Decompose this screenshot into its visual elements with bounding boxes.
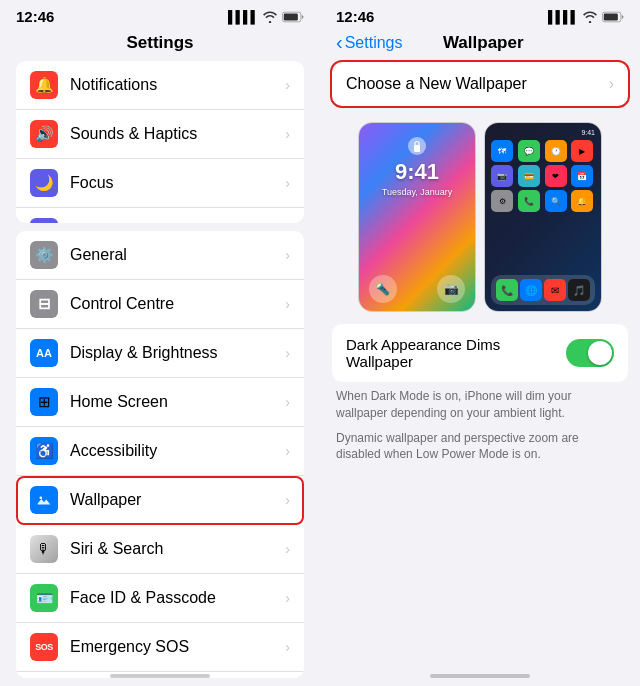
back-label: Settings bbox=[345, 34, 403, 52]
svg-point-2 bbox=[36, 492, 52, 508]
display-label: Display & Brightness bbox=[70, 344, 281, 362]
app-icon-clock: 🕐 bbox=[545, 140, 567, 162]
signal-icon: ▌▌▌▌ bbox=[228, 10, 258, 24]
app-icon-8: 🔔 bbox=[571, 190, 593, 212]
battery-icon-right bbox=[602, 11, 624, 23]
app-icon-6: 📞 bbox=[518, 190, 540, 212]
sidebar-item-notifications[interactable]: 🔔 Notifications › bbox=[16, 61, 304, 110]
sidebar-item-sounds[interactable]: 🔊 Sounds & Haptics › bbox=[16, 110, 304, 159]
wifi-icon bbox=[262, 11, 278, 23]
chevron-icon: › bbox=[285, 296, 290, 312]
wallpaper-label: Wallpaper bbox=[70, 491, 281, 509]
lockscreen-bg: 9:41 Tuesday, January 🔦 📷 bbox=[359, 123, 475, 311]
settings-group-1: 🔔 Notifications › 🔊 Sounds & Haptics › 🌙… bbox=[16, 61, 304, 223]
status-icons-right: ▌▌▌▌ bbox=[548, 10, 624, 24]
chevron-icon: › bbox=[285, 175, 290, 191]
app-icon-3: ❤ bbox=[545, 165, 567, 187]
wallpaper-panel: 12:46 ▌▌▌▌ ‹ Settings Wallpaper Choose a… bbox=[320, 0, 640, 686]
wifi-icon-right bbox=[582, 11, 598, 23]
choose-wallpaper-label: Choose a New Wallpaper bbox=[346, 75, 527, 93]
toggle-knob bbox=[588, 341, 612, 365]
screen-time-icon: ⏱ bbox=[30, 218, 58, 223]
app-icon-maps: 🗺 bbox=[491, 140, 513, 162]
face-id-icon: 🪪 bbox=[30, 584, 58, 612]
settings-panel: 12:46 ▌▌▌▌ Settings 🔔 Notifications › 🔊 bbox=[0, 0, 320, 686]
dock-safari: 🌐 bbox=[520, 279, 542, 301]
lock-icon bbox=[408, 137, 426, 155]
svg-point-3 bbox=[40, 496, 43, 499]
lockscreen-preview: 9:41 Tuesday, January 🔦 📷 bbox=[358, 122, 476, 312]
focus-icon: 🌙 bbox=[30, 169, 58, 197]
sidebar-item-siri[interactable]: 🎙 Siri & Search › bbox=[16, 525, 304, 574]
dark-appearance-label: Dark Appearance Dims Wallpaper bbox=[346, 336, 566, 370]
sidebar-item-screen-time[interactable]: ⏱ Screen Time › bbox=[16, 208, 304, 223]
chevron-icon: › bbox=[285, 247, 290, 263]
app-icon-1: 📷 bbox=[491, 165, 513, 187]
chevron-icon: › bbox=[285, 126, 290, 142]
home-screen-icon: ⊞ bbox=[30, 388, 58, 416]
dock-phone: 📞 bbox=[496, 279, 518, 301]
sidebar-item-emergency-sos[interactable]: SOS Emergency SOS › bbox=[16, 623, 304, 672]
svg-rect-1 bbox=[284, 13, 298, 20]
home-screen-label: Home Screen bbox=[70, 393, 281, 411]
time-left: 12:46 bbox=[16, 8, 54, 25]
control-centre-label: Control Centre bbox=[70, 295, 281, 313]
face-id-label: Face ID & Passcode bbox=[70, 589, 281, 607]
accessibility-icon: ♿ bbox=[30, 437, 58, 465]
general-label: General bbox=[70, 246, 281, 264]
phone-previews: 9:41 Tuesday, January 🔦 📷 9:41 bbox=[320, 118, 640, 324]
app-grid: 🗺 💬 🕐 ▶ 📷 💳 ❤ 📅 ⚙ 📞 🔍 🔔 bbox=[489, 138, 597, 214]
app-icon-7: 🔍 bbox=[545, 190, 567, 212]
notifications-label: Notifications bbox=[70, 76, 281, 94]
focus-label: Focus bbox=[70, 174, 281, 192]
app-icon-4: 📅 bbox=[571, 165, 593, 187]
sidebar-item-control-centre[interactable]: ⊟ Control Centre › bbox=[16, 280, 304, 329]
sidebar-item-face-id[interactable]: 🪪 Face ID & Passcode › bbox=[16, 574, 304, 623]
choose-wallpaper-chevron: › bbox=[609, 75, 614, 93]
back-button[interactable]: ‹ Settings bbox=[336, 31, 402, 54]
lock-bottom-icons: 🔦 📷 bbox=[365, 275, 469, 311]
chevron-icon: › bbox=[285, 345, 290, 361]
battery-icon-left bbox=[282, 11, 304, 23]
app-icon-2: 💳 bbox=[518, 165, 540, 187]
sidebar-item-general[interactable]: ⚙️ General › bbox=[16, 231, 304, 280]
time-right: 12:46 bbox=[336, 8, 374, 25]
page-title-wallpaper: Wallpaper bbox=[402, 33, 564, 53]
lock-time: 9:41 bbox=[395, 159, 439, 185]
home-indicator-right bbox=[320, 666, 640, 682]
wallpaper-icon bbox=[30, 486, 58, 514]
general-icon: ⚙️ bbox=[30, 241, 58, 269]
chevron-icon: › bbox=[285, 443, 290, 459]
display-icon: AA bbox=[30, 339, 58, 367]
nav-bar-right: ‹ Settings Wallpaper bbox=[320, 29, 640, 62]
dock: 📞 🌐 ✉ 🎵 bbox=[491, 275, 595, 305]
back-chevron-icon: ‹ bbox=[336, 31, 343, 54]
svg-rect-5 bbox=[604, 13, 618, 20]
sidebar-item-display[interactable]: AA Display & Brightness › bbox=[16, 329, 304, 378]
siri-label: Siri & Search bbox=[70, 540, 281, 558]
notifications-icon: 🔔 bbox=[30, 71, 58, 99]
sidebar-item-accessibility[interactable]: ♿ Accessibility › bbox=[16, 427, 304, 476]
settings-group-2: ⚙️ General › ⊟ Control Centre › AA Displ… bbox=[16, 231, 304, 678]
chevron-icon: › bbox=[285, 492, 290, 508]
accessibility-label: Accessibility bbox=[70, 442, 281, 460]
homescreen-preview: 9:41 🗺 💬 🕐 ▶ 📷 💳 ❤ 📅 ⚙ 📞 🔍 🔔 bbox=[484, 122, 602, 312]
status-bar-right: 12:46 ▌▌▌▌ bbox=[320, 0, 640, 29]
chevron-icon: › bbox=[285, 77, 290, 93]
svg-rect-6 bbox=[414, 145, 420, 152]
chevron-icon: › bbox=[285, 394, 290, 410]
emergency-sos-icon: SOS bbox=[30, 633, 58, 661]
sidebar-item-wallpaper[interactable]: Wallpaper › bbox=[16, 476, 304, 525]
flashlight-icon: 🔦 bbox=[369, 275, 397, 303]
choose-wallpaper-button[interactable]: Choose a New Wallpaper › bbox=[332, 62, 628, 106]
chevron-icon: › bbox=[285, 639, 290, 655]
dark-appearance-toggle[interactable] bbox=[566, 339, 614, 367]
settings-title: Settings bbox=[0, 29, 320, 61]
app-icon-5: ⚙ bbox=[491, 190, 513, 212]
sidebar-item-home-screen[interactable]: ⊞ Home Screen › bbox=[16, 378, 304, 427]
chevron-icon: › bbox=[285, 590, 290, 606]
sounds-icon: 🔊 bbox=[30, 120, 58, 148]
sidebar-item-focus[interactable]: 🌙 Focus › bbox=[16, 159, 304, 208]
app-icon-youtube: ▶ bbox=[571, 140, 593, 162]
control-centre-icon: ⊟ bbox=[30, 290, 58, 318]
